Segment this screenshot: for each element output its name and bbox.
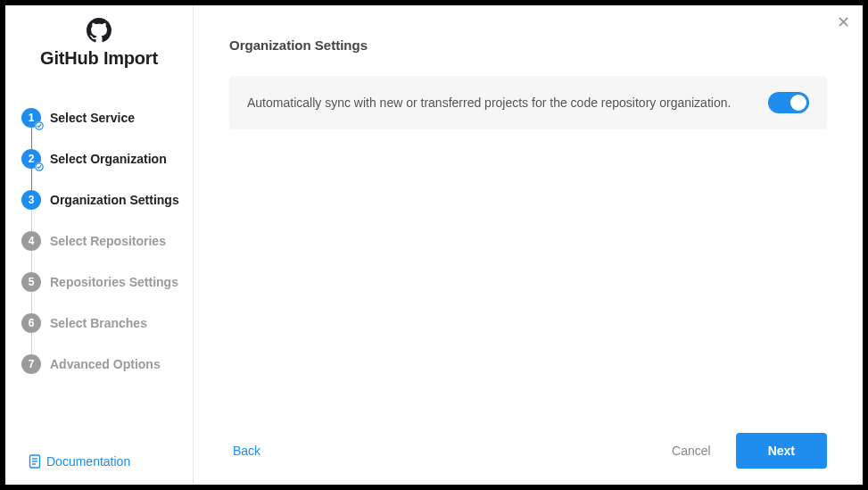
step-number-icon: 1: [21, 108, 41, 128]
github-icon: [87, 18, 112, 43]
step-label: Advanced Options: [50, 357, 161, 371]
step-select-service[interactable]: 1 Select Service: [21, 97, 193, 138]
step-list: 1 Select Service 2 Select Organization 3…: [5, 97, 193, 454]
step-number-icon: 6: [21, 313, 41, 333]
documentation-link[interactable]: Documentation: [5, 454, 193, 469]
step-label: Select Service: [50, 111, 135, 125]
page-title: Organization Settings: [229, 37, 827, 53]
step-number-icon: 4: [21, 231, 41, 251]
step-repositories-settings: 5 Repositories Settings: [21, 262, 193, 303]
sidebar: GitHub Import 1 Select Service 2 Select …: [5, 5, 194, 485]
next-button[interactable]: Next: [736, 433, 827, 469]
auto-sync-toggle[interactable]: [768, 92, 809, 113]
step-advanced-options: 7 Advanced Options: [21, 344, 193, 385]
footer: Back Cancel Next: [229, 415, 827, 469]
step-select-repositories: 4 Select Repositories: [21, 220, 193, 262]
document-icon: [29, 454, 41, 469]
main-content: Organization Settings Automatically sync…: [194, 5, 863, 485]
step-connector: [31, 333, 32, 354]
cancel-button[interactable]: Cancel: [668, 436, 715, 465]
step-connector: [31, 210, 32, 231]
step-connector: [31, 292, 32, 313]
documentation-label: Documentation: [46, 454, 130, 469]
step-connector: [31, 169, 32, 190]
check-icon: [35, 162, 44, 171]
brand: GitHub Import: [5, 18, 193, 78]
step-connector: [31, 128, 32, 149]
step-label: Select Organization: [50, 152, 167, 166]
step-number-icon: 2: [21, 149, 41, 169]
step-label: Repositories Settings: [50, 275, 178, 289]
step-number-icon: 3: [21, 190, 41, 210]
step-label: Organization Settings: [50, 193, 179, 207]
step-number-icon: 5: [21, 272, 41, 292]
back-button[interactable]: Back: [229, 436, 264, 465]
step-organization-settings[interactable]: 3 Organization Settings: [21, 179, 193, 220]
step-connector: [31, 251, 32, 272]
step-select-branches: 6 Select Branches: [21, 303, 193, 344]
step-label: Select Repositories: [50, 234, 166, 248]
step-label: Select Branches: [50, 316, 147, 330]
auto-sync-setting: Automatically sync with new or transferr…: [229, 76, 827, 129]
setting-description: Automatically sync with new or transferr…: [247, 96, 731, 110]
check-icon: [35, 121, 44, 130]
brand-title: GitHub Import: [14, 48, 184, 69]
step-number-icon: 7: [21, 354, 41, 374]
step-select-organization[interactable]: 2 Select Organization: [21, 138, 193, 179]
toggle-knob: [790, 95, 806, 111]
close-icon[interactable]: ✕: [837, 14, 850, 30]
